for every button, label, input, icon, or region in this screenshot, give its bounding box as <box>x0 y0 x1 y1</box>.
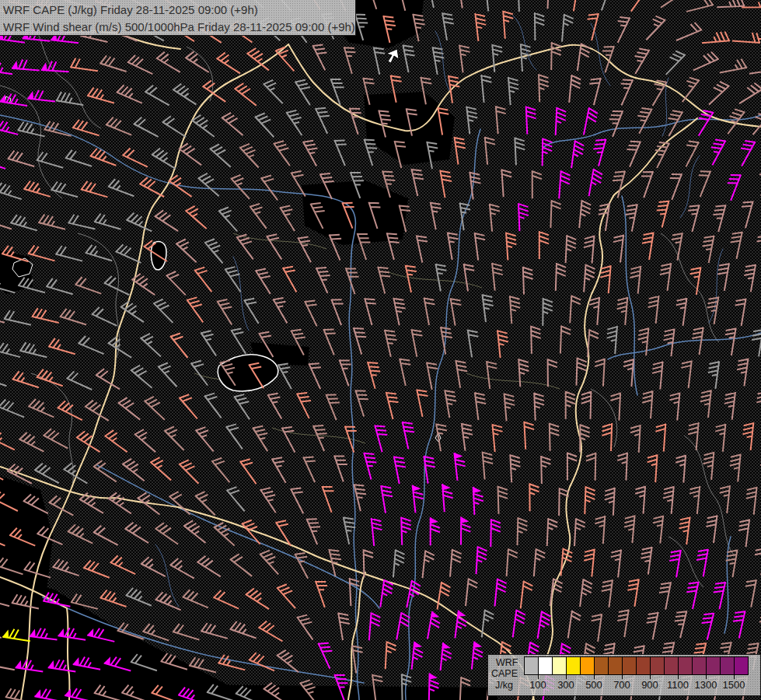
wind-barb <box>0 307 5 323</box>
wind-barb <box>195 492 215 515</box>
wind-barb <box>438 582 451 610</box>
wind-barb <box>574 518 585 546</box>
wind-barb <box>117 623 144 639</box>
wind-barb <box>427 362 438 390</box>
wind-barb <box>550 578 563 606</box>
wind-barb <box>660 263 671 291</box>
wind-barb <box>400 205 411 232</box>
wind-barb <box>230 621 257 639</box>
wind-barb <box>642 233 654 261</box>
wind-barb <box>504 394 515 422</box>
wind-barb <box>276 520 291 545</box>
wind-barb <box>131 366 152 388</box>
wind-barb <box>340 359 351 386</box>
wind-barb <box>535 12 544 40</box>
wind-barb <box>386 392 399 419</box>
wind-barb <box>720 485 730 513</box>
wind-barb <box>272 457 286 483</box>
wind-barb <box>618 17 630 43</box>
wind-barb <box>55 246 82 261</box>
wind-barb <box>225 267 240 292</box>
wind-barb <box>458 0 469 9</box>
legend-tick-label: 500 <box>580 679 608 691</box>
legend-label-unit: J/kg <box>495 680 513 691</box>
wind-barb <box>380 579 393 607</box>
wind-barb <box>141 334 162 357</box>
wind-barb <box>609 110 623 137</box>
wind-barb <box>196 427 214 451</box>
wind-barb <box>161 653 187 670</box>
wind-barb <box>411 329 422 356</box>
wind-barb <box>647 612 658 639</box>
wind-barb <box>476 546 487 574</box>
wind-barb <box>503 11 513 39</box>
legend-label-cape: CAPE <box>491 668 518 679</box>
legend-tick-label: 1300 <box>692 679 720 691</box>
wind-barb <box>657 201 669 228</box>
wind-barb <box>330 235 342 261</box>
wind-barb <box>417 390 428 417</box>
legend-cell <box>679 657 693 674</box>
wind-barb <box>0 492 18 511</box>
wind-barb <box>706 515 717 543</box>
wind-barb <box>641 171 653 198</box>
legend-tick-label: 100 <box>524 679 552 691</box>
wind-barb-pennant <box>414 642 423 648</box>
wind-barb <box>693 52 719 71</box>
wind-barb <box>391 75 402 103</box>
wind-barb <box>708 361 719 389</box>
wind-barb <box>231 328 246 353</box>
wind-barb <box>742 201 753 229</box>
wind-barb <box>741 141 756 166</box>
wind-barb <box>0 154 5 169</box>
wind-barb <box>56 92 84 105</box>
wind-barb <box>66 371 92 390</box>
wind-barb <box>273 298 287 324</box>
wind-barb <box>720 59 747 73</box>
wind-barb <box>611 550 621 578</box>
wind-barb <box>556 263 566 291</box>
wind-barb <box>567 453 577 481</box>
wind-barb <box>247 48 269 70</box>
wind-barb-pennant <box>0 94 5 103</box>
wind-barb <box>617 610 629 638</box>
wind-barb <box>518 359 529 387</box>
legend-tick-label: 900 <box>636 679 664 691</box>
wind-barb <box>442 12 454 40</box>
wind-barb <box>94 214 121 229</box>
wind-barb <box>584 236 595 264</box>
wind-barb <box>24 562 51 578</box>
wind-barb <box>246 589 269 610</box>
legend-cell <box>707 657 721 674</box>
wind-barb <box>456 360 467 388</box>
wind-barb <box>191 361 208 386</box>
wind-barb <box>134 117 159 137</box>
wind-barb <box>291 488 303 513</box>
title-line-cape: WRF CAPE (J/kg) Friday 28-11-2025 09:00 … <box>3 2 355 19</box>
wind-barb <box>495 579 507 607</box>
wind-barb <box>466 107 477 135</box>
wind-barb <box>725 328 736 356</box>
wind-barb <box>730 454 741 482</box>
wind-barb <box>560 326 571 354</box>
wind-barb <box>559 488 569 516</box>
wind-barb-pennant <box>30 628 36 637</box>
wind-barb <box>4 310 31 325</box>
wind-barb <box>566 235 577 263</box>
wind-barb <box>382 170 395 198</box>
wind-barb <box>210 144 231 166</box>
wind-barb <box>728 174 741 201</box>
wind-barb <box>653 80 667 106</box>
wind-barb <box>440 170 452 198</box>
wind-barb <box>90 149 117 166</box>
wind-barb <box>12 594 39 608</box>
wind-barb-pennant <box>34 689 40 698</box>
wind-barb-pennant <box>27 91 33 100</box>
wind-barb <box>588 329 599 357</box>
wind-barb <box>686 582 698 609</box>
wind-barb <box>274 141 290 166</box>
wind-barb <box>403 422 415 449</box>
wind-barb <box>256 269 271 294</box>
wind-barb <box>72 120 99 136</box>
wind-barb <box>155 592 181 610</box>
